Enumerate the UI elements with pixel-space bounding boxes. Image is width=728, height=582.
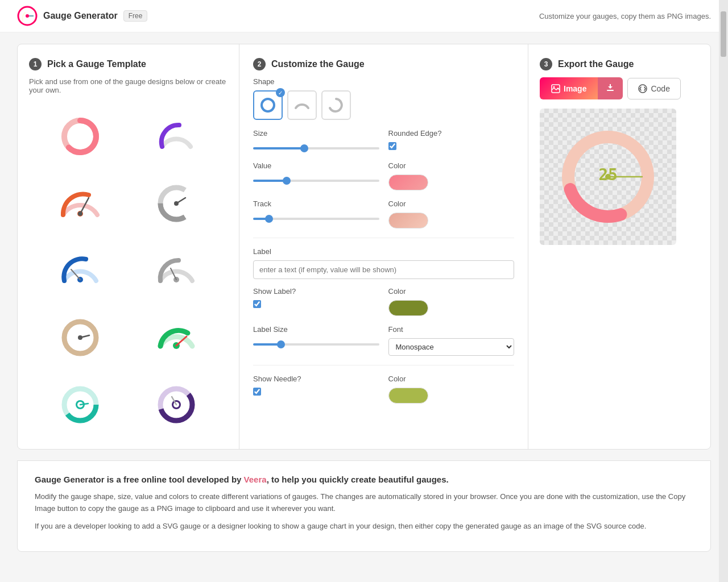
track-color-label: Color: [388, 199, 515, 208]
template-6[interactable]: [131, 240, 222, 301]
track-control: Track: [253, 199, 379, 222]
footer-title-prefix: Gauge Generator is a free online tool de…: [35, 475, 244, 484]
divider-1: [253, 238, 514, 238]
value-color-row: Value Color: [253, 161, 514, 190]
section1-header: 1 Pick a Gauge Template: [29, 58, 228, 70]
size-control: Size: [253, 129, 379, 151]
divider-2: [253, 365, 514, 365]
template-10[interactable]: [131, 374, 222, 435]
font-label: Font: [388, 325, 515, 334]
shape-label: Shape: [253, 77, 514, 86]
show-needle-checkbox-row: [253, 388, 379, 396]
scrollbar[interactable]: [719, 0, 728, 563]
shape-full-circle[interactable]: ✓: [253, 90, 283, 120]
value-control: Value: [253, 161, 379, 184]
svg-point-1: [26, 14, 29, 18]
label-size-slider[interactable]: [253, 343, 379, 346]
section3-header: 3 Export the Gauge: [540, 58, 699, 70]
app-title: Gauge Generator: [43, 11, 118, 21]
footer-title-suffix: , to help you quickly create beautiful g…: [267, 475, 449, 484]
template-2[interactable]: [131, 106, 222, 167]
rounded-edge-control: Rounded Edge?: [388, 129, 515, 152]
image-download-group: Image: [540, 77, 623, 99]
section2-title: Customize the Gauge: [271, 59, 365, 69]
show-label-control: Show Label?: [253, 287, 379, 310]
template-5[interactable]: [35, 240, 126, 301]
show-needle-label: Show Needle?: [253, 375, 379, 383]
footer-section: Gauge Generator is a free online tool de…: [17, 460, 711, 552]
image-button-label: Image: [564, 84, 586, 93]
template-9[interactable]: [35, 374, 126, 435]
track-color-swatch[interactable]: [388, 213, 428, 228]
template-1[interactable]: [35, 106, 126, 167]
label-input[interactable]: [253, 260, 514, 279]
font-select[interactable]: Monospace Sans-serif Serif: [388, 338, 515, 356]
needle-color-control: Color: [388, 375, 515, 404]
value-color-swatch[interactable]: [388, 174, 428, 190]
show-label-checkbox[interactable]: [253, 300, 261, 308]
section1-title: Pick a Gauge Template: [47, 59, 146, 69]
show-needle-checkbox[interactable]: [253, 388, 261, 396]
code-button-label: Code: [651, 84, 669, 93]
label-section: Label: [253, 247, 514, 279]
template-4[interactable]: [131, 173, 222, 234]
shape-section: Shape ✓: [253, 77, 514, 120]
size-rounded-row: Size Rounded Edge?: [253, 129, 514, 152]
track-slider[interactable]: [253, 218, 379, 220]
font-control: Font Monospace Sans-serif Serif: [388, 325, 515, 356]
track-color-control: Color: [388, 199, 515, 228]
size-slider[interactable]: [253, 147, 379, 149]
show-needle-control: Show Needle?: [253, 375, 379, 398]
svg-point-5: [78, 211, 82, 216]
needle-color-row: Show Needle? Color: [253, 375, 514, 404]
value-label: Value: [253, 161, 379, 170]
needle-color-swatch[interactable]: [388, 388, 428, 404]
preview-svg: 25: [551, 120, 665, 234]
svg-text:25: 25: [598, 165, 618, 184]
shape-half-circle[interactable]: [287, 90, 317, 120]
shape-check-icon: ✓: [276, 88, 285, 97]
footer-para2: If you are a developer looking to add a …: [35, 521, 693, 533]
value-color-label: Color: [388, 161, 515, 170]
shape-options: ✓: [253, 90, 514, 120]
gauge-preview: 25: [540, 109, 676, 245]
footer-para1: Modify the gauge shape, size, value and …: [35, 491, 693, 515]
section1-desc: Pick and use from one of the gauge desig…: [29, 77, 228, 94]
label-color-swatch[interactable]: [388, 300, 428, 316]
section-pick-template: 1 Pick a Gauge Template Pick and use fro…: [18, 44, 239, 449]
download-button[interactable]: [598, 77, 623, 99]
template-8[interactable]: [131, 307, 222, 368]
label-color-control: Color: [388, 287, 515, 316]
section2-header: 2 Customize the Gauge: [253, 58, 514, 70]
footer-link[interactable]: Veera: [244, 475, 267, 484]
rounded-edge-label: Rounded Edge?: [388, 129, 515, 138]
template-7[interactable]: [35, 307, 126, 368]
svg-rect-32: [607, 90, 614, 91]
show-label-label: Show Label?: [253, 287, 379, 296]
label-section-label: Label: [253, 247, 514, 256]
scrollbar-thumb[interactable]: [721, 11, 726, 57]
track-color-row: Track Color: [253, 199, 514, 228]
svg-point-31: [553, 86, 555, 88]
value-slider[interactable]: [253, 180, 379, 182]
show-label-color-row: Show Label? Color: [253, 287, 514, 316]
size-label: Size: [253, 129, 379, 138]
track-label: Track: [253, 199, 379, 208]
needle-color-label: Color: [388, 375, 515, 383]
free-badge: Free: [123, 10, 148, 22]
header-description: Customize your gauges, copy them as PNG …: [539, 12, 711, 20]
label-size-font-row: Label Size Font Monospace Sans-serif Ser…: [253, 325, 514, 356]
app-header: Gauge Generator Free Customize your gaug…: [0, 0, 728, 32]
value-color-control: Color: [388, 161, 515, 190]
section1-number: 1: [29, 58, 42, 70]
export-buttons-row: Image Code: [540, 77, 699, 99]
code-button[interactable]: Code: [627, 78, 680, 99]
section2-number: 2: [253, 58, 266, 70]
section3-number: 3: [540, 58, 552, 70]
template-3[interactable]: [35, 173, 126, 234]
image-button[interactable]: Image: [540, 77, 598, 99]
rounded-edge-checkbox[interactable]: [388, 142, 396, 150]
label-size-label: Label Size: [253, 325, 379, 334]
shape-three-quarter[interactable]: [321, 90, 351, 120]
app-logo: [17, 6, 38, 26]
